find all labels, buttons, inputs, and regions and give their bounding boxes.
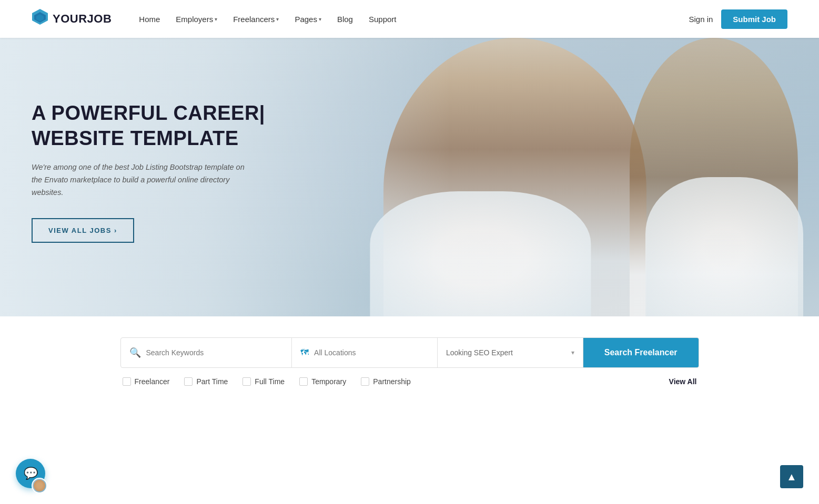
full-time-checkbox[interactable]	[242, 377, 251, 386]
submit-job-button[interactable]: Submit Job	[721, 9, 787, 29]
logo-icon	[32, 9, 48, 29]
category-field: Looking SEO Expert Web Developer Graphic…	[438, 338, 583, 367]
search-section: 🔍 🗺 Looking SEO Expert Web Developer Gra…	[0, 316, 819, 402]
search-keywords-input[interactable]	[146, 348, 284, 357]
logo[interactable]: YOURJOB	[32, 9, 112, 29]
filter-temporary[interactable]: Temporary	[299, 377, 346, 386]
search-bar: 🔍 🗺 Looking SEO Expert Web Developer Gra…	[120, 337, 699, 368]
hero-title: A POWERFUL CAREER| WEBSITE TEMPLATE	[32, 101, 274, 151]
part-time-checkbox[interactable]	[184, 377, 193, 386]
filter-freelancer-label: Freelancer	[135, 377, 170, 386]
navbar-left: YOURJOB Home Employers ▾ Freelancers ▾ P…	[32, 9, 403, 29]
temporary-checkbox[interactable]	[299, 377, 308, 386]
nav-item-employers[interactable]: Employers ▾	[169, 11, 224, 28]
search-freelancer-button[interactable]: Search Freelancer	[583, 338, 699, 367]
filter-full-time[interactable]: Full Time	[242, 377, 285, 386]
hero-content: A POWERFUL CAREER| WEBSITE TEMPLATE We'r…	[0, 38, 305, 243]
freelancers-chevron-icon: ▾	[276, 16, 279, 22]
hero-subtitle: We're among one of the best Job Listing …	[32, 161, 252, 199]
nav-item-blog[interactable]: Blog	[331, 11, 359, 28]
filter-row: Freelancer Part Time Full Time Temporary…	[120, 377, 699, 386]
filter-partnership[interactable]: Partnership	[361, 377, 411, 386]
navbar: YOURJOB Home Employers ▾ Freelancers ▾ P…	[0, 0, 819, 38]
employers-chevron-icon: ▾	[215, 16, 217, 22]
filter-part-time[interactable]: Part Time	[184, 377, 228, 386]
location-input[interactable]	[314, 348, 429, 357]
hero-section: A POWERFUL CAREER| WEBSITE TEMPLATE We'r…	[0, 38, 819, 316]
filter-freelancer[interactable]: Freelancer	[123, 377, 170, 386]
location-field: 🗺	[292, 338, 438, 367]
partnership-checkbox[interactable]	[361, 377, 369, 386]
filter-temporary-label: Temporary	[311, 377, 346, 386]
view-all-jobs-button[interactable]: VIEW ALL JOBS ›	[32, 218, 134, 243]
category-select[interactable]: Looking SEO Expert Web Developer Graphic…	[446, 348, 569, 357]
nav-item-support[interactable]: Support	[362, 11, 403, 28]
navbar-right: Sign in Submit Job	[689, 9, 787, 29]
filter-full-time-label: Full Time	[255, 377, 285, 386]
location-icon: 🗺	[300, 348, 309, 357]
filter-options: Freelancer Part Time Full Time Temporary…	[123, 377, 411, 386]
logo-text: YOURJOB	[53, 12, 112, 26]
category-chevron-icon: ▾	[571, 349, 574, 356]
search-keywords-field: 🔍	[121, 338, 292, 367]
nav-item-freelancers[interactable]: Freelancers ▾	[227, 11, 285, 28]
filter-partnership-label: Partnership	[373, 377, 411, 386]
nav-item-home[interactable]: Home	[133, 11, 166, 28]
pages-chevron-icon: ▾	[319, 16, 321, 22]
nav-item-pages[interactable]: Pages ▾	[288, 11, 328, 28]
search-icon: 🔍	[129, 347, 141, 358]
view-all-link[interactable]: View All	[669, 377, 697, 386]
sign-in-link[interactable]: Sign in	[689, 15, 713, 24]
freelancer-checkbox[interactable]	[123, 377, 131, 386]
filter-part-time-label: Part Time	[196, 377, 228, 386]
nav-links: Home Employers ▾ Freelancers ▾ Pages ▾ B…	[133, 11, 402, 28]
